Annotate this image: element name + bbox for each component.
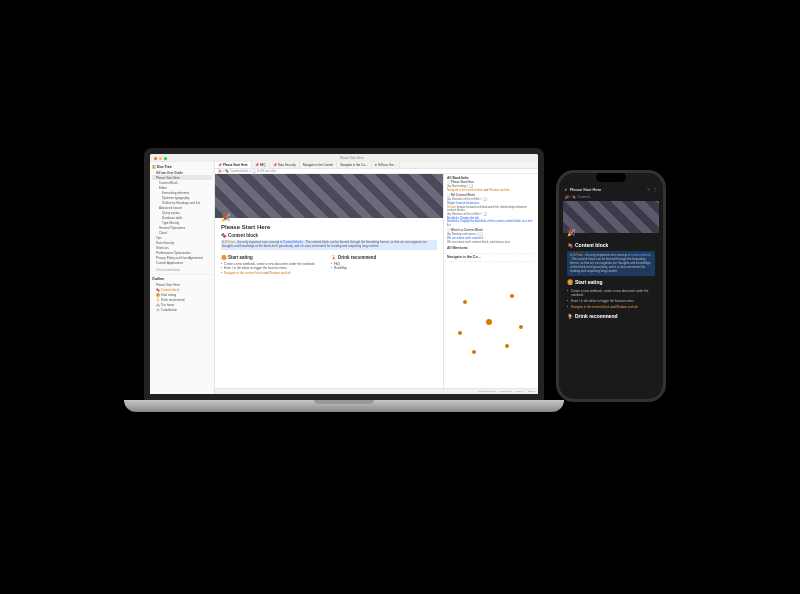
- ph-section-content-block[interactable]: 🍫 Content block: [567, 242, 655, 248]
- sidebar: 📔 Doc Tree SiYuan User Guide Please Star…: [150, 162, 215, 394]
- outline-header[interactable]: Outline: [152, 274, 212, 282]
- document: 🎉 Please Start Here 🍫 Content block In: [215, 174, 443, 388]
- stat-chars: Characters 640: [479, 390, 496, 393]
- tabs: 📌Please Start Here 📌FAQ 📌Data Security N…: [215, 162, 538, 169]
- laptop-screen: Please Start Here 📔 Doc Tree SiYuan User…: [144, 148, 544, 400]
- main-area: 📌Please Start Here 📌FAQ 📌Data Security N…: [215, 162, 538, 394]
- burger-icon: 🍔: [221, 255, 227, 260]
- section-content-block[interactable]: 🍫 Content block: [221, 233, 437, 238]
- tab-nav1[interactable]: Navigate in the Conten: [300, 162, 338, 168]
- close-dot[interactable]: [154, 157, 157, 160]
- graph-node[interactable]: [463, 300, 467, 304]
- section-drink[interactable]: 🍹 Drink recommend: [331, 255, 437, 260]
- graph-node-center[interactable]: [486, 319, 492, 325]
- edit-icon[interactable]: ✎: [647, 187, 650, 192]
- right-panel: All Backlinks 📄 Please Start Here (by St…: [443, 174, 538, 388]
- mentions-header[interactable]: All Mentions: [447, 246, 535, 250]
- bullet-faq[interactable]: FAQ: [331, 262, 437, 266]
- graph-node[interactable]: [472, 350, 476, 354]
- col-drink: 🍹 Drink recommend FAQ RoadMap: [331, 253, 437, 276]
- doc-cover: 🎉: [215, 174, 443, 218]
- statusbar: Characters 640 Words 158 Links 6 Size B: [215, 388, 538, 394]
- stat-size: Size B: [528, 390, 535, 393]
- app-window: Please Start Here 📔 Doc Tree SiYuan User…: [150, 154, 538, 394]
- back-icon[interactable]: ‹: [565, 186, 567, 192]
- tab-siyuan[interactable]: in SiYuan, the…: [372, 162, 401, 168]
- section-start-eating[interactable]: 🍔 Start eating: [221, 255, 327, 260]
- ph-para-intro[interactable]: In SiYuan , the only important core conc…: [567, 251, 655, 276]
- graph-tab[interactable]: Navigate in the Co…: [447, 255, 535, 259]
- phone-cover: 🎉: [563, 201, 659, 233]
- backlinks-section: All Backlinks 📄 Please Start Here (by St…: [444, 174, 538, 254]
- ph-section-drink[interactable]: 🍹 Drink recommend: [567, 313, 655, 319]
- ph-bullet-create[interactable]: Create a new notebook, create a new docu…: [567, 288, 655, 298]
- minimize-dot[interactable]: [159, 157, 162, 160]
- laptop-mockup: Please Start Here 📔 Doc Tree SiYuan User…: [144, 148, 544, 418]
- drink-icon: 🍹: [567, 313, 573, 319]
- bullet-roadmap[interactable]: RoadMap: [331, 266, 437, 270]
- window-title: Please Start Here: [169, 156, 534, 160]
- stat-links: Links 6: [516, 390, 524, 393]
- ol-5[interactable]: 💌 Contribution: [152, 307, 212, 312]
- phone-emoji-icon[interactable]: 🎉: [567, 229, 576, 237]
- bullet-enter-slash[interactable]: Enter / in the editor to trigger the fun…: [221, 266, 327, 270]
- sb-item-appearance[interactable]: Custom Appearance: [152, 260, 212, 265]
- graph-node[interactable]: [510, 294, 514, 298]
- phone-mockup: 19:19 ▮ ‹ Please Start Here ✎ ⋮ 🎉 > 🍫 Co…: [556, 170, 666, 402]
- bullet-create-nb[interactable]: Create a new notebook, create a new docu…: [221, 262, 327, 266]
- drink-icon: 🍹: [331, 255, 337, 260]
- sb-item-closed[interactable]: Closed notebooks: [152, 267, 212, 272]
- tab-nav2[interactable]: Navigate in the Co…: [337, 162, 372, 168]
- graph-node[interactable]: [519, 325, 523, 329]
- graph-view[interactable]: [444, 262, 538, 388]
- laptop-base: [124, 400, 564, 412]
- burger-icon: 🍔: [567, 279, 573, 285]
- ph-section-start-eating[interactable]: 🍔 Start eating: [567, 279, 655, 285]
- graph-node[interactable]: [458, 331, 462, 335]
- doc-emoji-icon[interactable]: 🎉: [221, 213, 231, 222]
- maximize-dot[interactable]: [164, 157, 167, 160]
- stat-words: Words 158: [500, 390, 512, 393]
- tab-please-start[interactable]: 📌Please Start Here: [215, 162, 252, 168]
- bullet-nav-link[interactable]: Navigate in the content block and Window…: [221, 271, 327, 275]
- ph-bullet-nav[interactable]: Navigate in the content block and Window…: [567, 304, 655, 310]
- phone-doc-title: Please Start Here: [570, 187, 602, 192]
- graph-node[interactable]: [505, 344, 509, 348]
- chocolate-icon: 🍫: [567, 242, 573, 248]
- laptop-notch: [314, 400, 374, 404]
- titlebar: Please Start Here: [150, 154, 538, 162]
- sb-item-privacy[interactable]: Privacy Policy and User Agreement: [152, 255, 212, 260]
- tab-faq[interactable]: 📌FAQ: [252, 162, 270, 168]
- phone-notch: [596, 172, 626, 182]
- more-icon[interactable]: ⋮: [653, 187, 657, 192]
- chocolate-icon: 🍫: [221, 233, 227, 238]
- doc-title[interactable]: Please Start Here: [221, 224, 437, 230]
- col-start-eating: 🍔 Start eating Create a new notebook, cr…: [221, 253, 327, 276]
- phone-header: ‹ Please Start Here ✎ ⋮: [559, 186, 663, 195]
- tab-data-security[interactable]: 📌Data Security: [270, 162, 300, 168]
- para-intro[interactable]: In SiYuan , the only important core conc…: [221, 240, 437, 250]
